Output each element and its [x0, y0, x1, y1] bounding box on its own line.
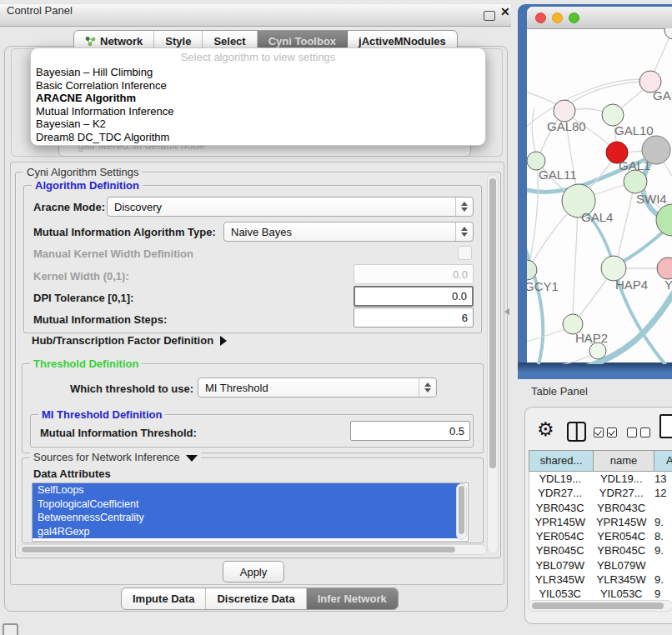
column-header-clipped[interactable]: A — [654, 451, 672, 471]
tab-discretize-data[interactable]: Discretize Data — [206, 588, 306, 609]
select-all-checkboxes-icon[interactable] — [594, 428, 617, 438]
sources-expander[interactable]: Sources for Network Inference — [30, 451, 201, 463]
which-threshold-select[interactable]: MI Threshold — [198, 378, 437, 398]
algorithm-option[interactable]: Dream8 DC_TDC Algorithm — [31, 131, 485, 144]
network-node[interactable] — [589, 342, 606, 359]
tab-label: Impute Data — [133, 592, 194, 605]
network-icon — [85, 36, 96, 47]
deselect-all-checkboxes-icon[interactable] — [627, 428, 650, 438]
scrollbar-thumb[interactable] — [22, 547, 455, 552]
network-node[interactable] — [664, 28, 672, 39]
export-table-icon[interactable] — [659, 414, 672, 438]
table-row[interactable]: YDL19...YDL19...13 — [529, 472, 672, 486]
algorithm-option[interactable]: Mutual Information Inference — [31, 105, 485, 118]
table-cell: YBR045C — [591, 543, 651, 558]
algorithm-definition-title: Algorithm Definition — [32, 179, 143, 192]
mi-steps-label: Mutual Information Steps: — [33, 313, 167, 326]
bottom-tabs: Impute Data Discretize Data Infer Networ… — [121, 588, 399, 610]
node-label: SWI4 — [636, 192, 667, 206]
attributes-scrollbar[interactable] — [456, 483, 467, 540]
algorithm-option[interactable]: Bayesian – K2 — [31, 118, 485, 131]
table-cell: YBL079W — [529, 558, 591, 572]
table-row[interactable]: YBL079WYBL079W — [529, 558, 672, 572]
gear-icon[interactable]: ⚙ — [537, 418, 554, 441]
mi-algorithm-type-value: Naive Bayes — [231, 226, 292, 238]
table-row[interactable]: YBR043CYBR043C — [529, 501, 672, 515]
table-cell: YBL079W — [591, 558, 651, 572]
network-node[interactable] — [624, 170, 647, 193]
float-window-icon[interactable] — [484, 11, 495, 21]
manual-kernel-checkbox[interactable] — [458, 246, 472, 260]
network-node[interactable] — [657, 258, 672, 279]
tab-infer-network[interactable]: Infer Network — [307, 588, 398, 609]
table-cell: 9. — [651, 543, 672, 558]
table-cell: YLR345W — [591, 572, 651, 587]
attribute-item[interactable]: TopologicalCoefficient — [33, 498, 461, 512]
network-edge[interactable] — [549, 352, 597, 364]
algorithm-options-list: Bayesian – Hill ClimbingBasic Correlatio… — [31, 66, 485, 144]
mi-algorithm-type-select[interactable]: Naive Bayes — [223, 222, 474, 242]
mi-threshold-field[interactable]: 0.5 — [350, 421, 470, 441]
tab-impute-data[interactable]: Impute Data — [122, 588, 206, 609]
scrollbar-thumb[interactable] — [459, 486, 464, 534]
network-edge[interactable] — [527, 90, 560, 107]
column-header-shared-name[interactable]: shared... — [529, 451, 594, 471]
tab-label: Network — [100, 35, 143, 48]
close-icon[interactable]: ✕ — [500, 5, 510, 18]
table-row[interactable]: YPR145WYPR145W9. — [529, 515, 672, 529]
dpi-tolerance-field[interactable]: 0.0 — [354, 286, 474, 307]
node-label: GCY1 — [527, 279, 559, 293]
network-node[interactable] — [656, 204, 672, 236]
attribute-item[interactable]: BetweennessCentrality — [33, 511, 461, 525]
network-edge[interactable] — [573, 205, 578, 321]
split-columns-icon[interactable] — [567, 422, 586, 442]
table-cell: YDL19... — [529, 472, 591, 486]
node-label: GAL11 — [539, 168, 577, 182]
settings-horizontal-scrollbar[interactable] — [18, 544, 487, 555]
mi-steps-field[interactable]: 6 — [354, 308, 474, 328]
network-edge[interactable] — [529, 164, 538, 268]
table-cell: YLR345W — [529, 572, 591, 587]
data-attributes-label: Data Attributes — [33, 468, 111, 480]
node-label: GAL10 — [614, 123, 654, 138]
scrollbar-thumb[interactable] — [532, 602, 664, 609]
table-row[interactable]: YER054CYER054C8. — [529, 529, 672, 543]
algorithm-option[interactable]: Bayesian – Hill Climbing — [31, 66, 485, 79]
control-panel-titlebar — [0, 3, 511, 27]
hub-definition-expander[interactable]: Hub/Transcription Factor Definition — [32, 334, 227, 347]
apply-button[interactable]: Apply — [223, 561, 284, 582]
table-cell: 12 — [651, 486, 672, 500]
settings-vertical-scrollbar[interactable] — [487, 174, 499, 554]
algorithm-option[interactable]: ARACNE Algorithm — [31, 92, 485, 105]
collapse-down-icon — [186, 455, 198, 462]
kernel-width-field[interactable]: 0.0 — [354, 264, 474, 284]
panel-splitter-handle[interactable] — [504, 308, 509, 315]
scrollbar-thumb[interactable] — [489, 178, 496, 468]
bottom-corner-icon[interactable] — [3, 623, 18, 635]
tab-label: Cyni Toolbox — [268, 35, 336, 48]
app-screen: Control Panel ✕ Network Style Select Cyn… — [0, 0, 672, 635]
expand-right-icon — [220, 336, 227, 346]
table-horizontal-scrollbar[interactable] — [528, 600, 672, 612]
tab-label: Discretize Data — [217, 592, 294, 605]
tab-label: Select — [213, 35, 245, 48]
node-label: GAL4 — [581, 210, 613, 224]
table-row[interactable]: YBR045CYBR045C9. — [529, 543, 672, 558]
attribute-item[interactable]: SelfLoops — [33, 483, 461, 498]
zoom-traffic-light[interactable] — [569, 12, 579, 23]
minimize-traffic-light[interactable] — [552, 12, 563, 23]
attribute-item[interactable]: gal4RGexp — [33, 525, 461, 539]
hub-definition-label: Hub/Transcription Factor Definition — [32, 334, 213, 347]
network-canvas[interactable]: GALGAL80GAL10GAL1GAL11SWI4GAL4GCY1HAP4YH… — [527, 28, 672, 364]
close-traffic-light[interactable] — [535, 12, 546, 23]
table-cell: YER054C — [529, 529, 591, 543]
aracne-mode-select[interactable]: Discovery — [107, 197, 474, 217]
which-threshold-value: MI Threshold — [205, 382, 268, 394]
column-header-name[interactable]: name — [594, 451, 654, 471]
tab-label: Style — [165, 35, 191, 48]
table-row[interactable]: YDR27...YDR27...12 — [529, 486, 672, 500]
table-cell: YDR27... — [591, 486, 651, 500]
table-row[interactable]: YLR345WYLR345W9. — [529, 572, 672, 587]
tab-label: jActiveMNodules — [359, 35, 446, 48]
algorithm-option[interactable]: Basic Correlation Inference — [31, 79, 485, 92]
